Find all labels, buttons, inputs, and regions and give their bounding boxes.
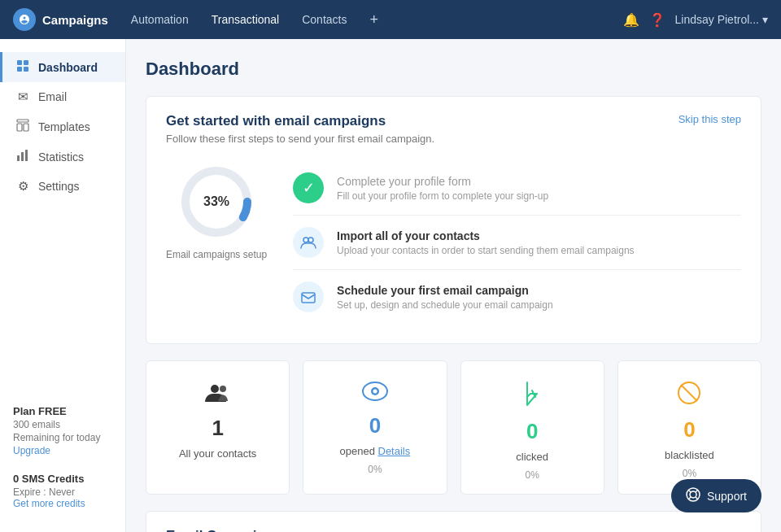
blacklisted-value: 0 — [683, 417, 695, 443]
get-started-subtitle: Follow these first steps to send your fi… — [166, 133, 434, 145]
sidebar-email-label: Email — [38, 90, 67, 103]
topnav-links: Automation Transactional Contacts — [121, 8, 357, 31]
step-schedule-info: Schedule your first email campaign Set u… — [337, 284, 553, 311]
svg-point-12 — [303, 238, 308, 242]
svg-point-19 — [373, 390, 377, 394]
sidebar-plan: Plan FREE 300 emails Remaining for today… — [0, 395, 125, 466]
contacts-label: All your contacts — [179, 447, 256, 460]
svg-rect-6 — [24, 124, 28, 131]
step-schedule[interactable]: Schedule your first email campaign Set u… — [293, 270, 741, 324]
sidebar: Dashboard ✉ Email Templates Statistics ⚙… — [0, 39, 126, 532]
sidebar-statistics-label: Statistics — [38, 150, 84, 164]
svg-rect-7 — [17, 155, 20, 161]
clicked-label: clicked — [516, 451, 548, 463]
svg-point-16 — [220, 386, 226, 392]
svg-line-25 — [696, 497, 698, 499]
sidebar-dashboard-label: Dashboard — [38, 61, 98, 74]
email-campaigns-card: Email Campaigns No campaign found + Crea… — [146, 511, 761, 532]
email-icon: ✉ — [15, 89, 30, 104]
dashboard-icon — [15, 59, 30, 75]
step-contacts-icon — [293, 227, 324, 258]
svg-rect-0 — [17, 60, 22, 65]
svg-rect-5 — [17, 124, 22, 131]
nav-transactional[interactable]: Transactional — [202, 8, 290, 31]
statistics-icon — [15, 149, 30, 164]
step-schedule-title: Schedule your first email campaign — [337, 284, 553, 297]
svg-rect-14 — [302, 293, 315, 303]
help-icon[interactable]: ❓ — [649, 12, 665, 28]
nav-contacts[interactable]: Contacts — [292, 8, 356, 31]
upgrade-link[interactable]: Upgrade — [13, 445, 112, 456]
nav-automation[interactable]: Automation — [121, 8, 199, 31]
support-button[interactable]: Support — [671, 479, 761, 512]
sidebar-sms: 0 SMS Credits Expire : Never Get more cr… — [0, 466, 125, 519]
topnav: Campaigns Automation Transactional Conta… — [0, 0, 781, 39]
sidebar-templates-label: Templates — [38, 120, 90, 133]
opened-pct: 0% — [368, 464, 382, 475]
stat-card-contacts: 1 All your contacts — [146, 360, 290, 495]
sidebar-item-dashboard[interactable]: Dashboard — [0, 52, 125, 82]
step-profile-desc: Fill out your profile form to complete y… — [337, 190, 548, 202]
get-started-info: Get started with email campaigns Follow … — [166, 113, 434, 145]
opened-value: 0 — [369, 413, 381, 438]
clicked-pct: 0% — [525, 469, 539, 481]
svg-line-21 — [681, 385, 697, 401]
svg-point-22 — [687, 488, 700, 501]
stat-card-opened: 0 opened Details 0% — [303, 360, 447, 495]
sidebar-item-templates[interactable]: Templates — [0, 111, 125, 142]
donut-chart-wrap: 33% Email campaigns setup — [166, 161, 267, 260]
user-label: Lindsay Pietrol... — [675, 13, 760, 26]
notification-icon[interactable]: 🔔 — [623, 12, 639, 28]
get-started-title: Get started with email campaigns — [166, 113, 434, 129]
svg-point-13 — [308, 238, 313, 242]
step-contacts-desc: Upload your contacts in order to start s… — [337, 245, 635, 256]
stats-row: 1 All your contacts 0 opened Details 0% — [146, 360, 761, 495]
plan-title: Plan FREE — [13, 405, 112, 417]
sidebar-item-email[interactable]: ✉ Email — [0, 82, 125, 111]
blacklisted-stat-icon — [677, 381, 701, 411]
step-schedule-desc: Set up, design and schedule your email c… — [337, 299, 553, 311]
donut-label: Email campaigns setup — [166, 249, 267, 260]
step-contacts[interactable]: Import all of your contacts Upload your … — [293, 216, 741, 270]
plan-emails: 300 emails — [13, 419, 112, 430]
support-icon — [686, 487, 700, 504]
svg-rect-9 — [25, 150, 28, 161]
svg-rect-1 — [24, 60, 28, 65]
svg-line-24 — [688, 491, 691, 493]
svg-line-27 — [688, 497, 691, 499]
contacts-stat-icon — [205, 381, 231, 409]
step-profile-title: Complete your profile form — [337, 175, 548, 188]
steps-list: ✓ Complete your profile form Fill out yo… — [293, 161, 741, 324]
blacklisted-label: blacklisted — [665, 449, 714, 461]
step-schedule-icon — [293, 281, 324, 312]
skip-link[interactable]: Skip this step — [678, 113, 741, 125]
support-label: Support — [707, 490, 747, 503]
get-more-credits-link[interactable]: Get more credits — [13, 498, 112, 509]
get-started-card: Get started with email campaigns Follow … — [146, 96, 761, 344]
sidebar-item-settings[interactable]: ⚙ Settings — [0, 172, 125, 201]
sidebar-settings-label: Settings — [38, 180, 80, 193]
chevron-down-icon: ▾ — [762, 13, 768, 26]
sidebar-item-statistics[interactable]: Statistics — [0, 142, 125, 172]
step-profile-info: Complete your profile form Fill out your… — [337, 175, 548, 202]
get-started-header: Get started with email campaigns Follow … — [146, 97, 761, 148]
logo-icon — [13, 8, 36, 31]
email-campaigns-title: Email Campaigns — [166, 528, 741, 532]
settings-icon: ⚙ — [15, 179, 30, 194]
sms-expire: Expire : Never — [13, 486, 112, 498]
donut-percent: 33% — [203, 194, 229, 209]
svg-rect-4 — [17, 120, 28, 122]
add-button[interactable]: + — [363, 7, 385, 33]
opened-details-link[interactable]: Details — [378, 445, 411, 457]
stat-card-blacklisted: 0 blacklisted 0% — [617, 360, 761, 495]
step-contacts-info: Import all of your contacts Upload your … — [337, 229, 635, 256]
svg-line-26 — [696, 491, 698, 493]
logo[interactable]: Campaigns — [13, 8, 108, 31]
user-menu[interactable]: Lindsay Pietrol... ▾ — [675, 13, 769, 26]
step-contacts-title: Import all of your contacts — [337, 229, 635, 242]
get-started-body: 33% Email campaigns setup ✓ Complete you… — [146, 148, 761, 343]
sms-title: 0 SMS Credits — [13, 473, 112, 485]
main-content: Dashboard Get started with email campaig… — [126, 39, 781, 532]
templates-icon — [15, 119, 30, 134]
svg-point-23 — [690, 491, 696, 498]
